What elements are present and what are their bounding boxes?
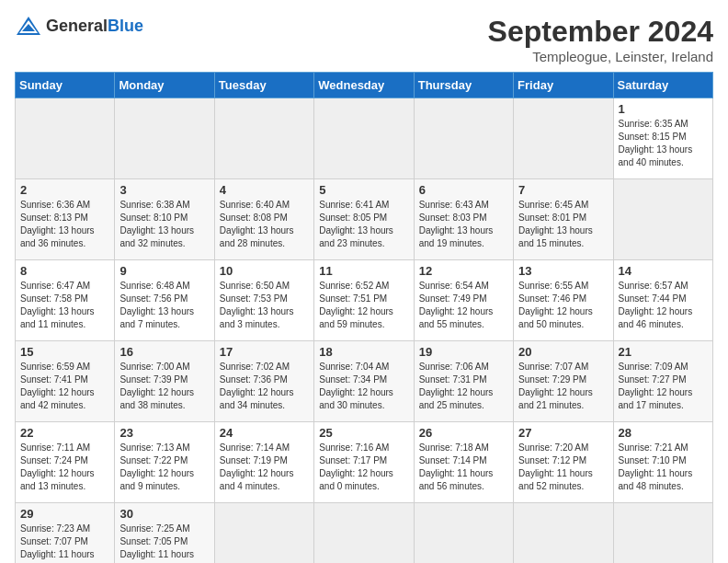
calendar-day-29: 29Sunrise: 7:23 AM Sunset: 7:07 PM Dayli…: [16, 503, 115, 564]
calendar-week-1: 1Sunrise: 6:35 AM Sunset: 8:15 PM Daylig…: [16, 98, 713, 179]
calendar-day-17: 17Sunrise: 7:02 AM Sunset: 7:36 PM Dayli…: [214, 341, 313, 422]
calendar-day-25: 25Sunrise: 7:16 AM Sunset: 7:17 PM Dayli…: [314, 422, 414, 503]
day-details: Sunrise: 7:13 AM Sunset: 7:22 PM Dayligh…: [119, 442, 209, 493]
calendar-day-26: 26Sunrise: 7:18 AM Sunset: 7:14 PM Dayli…: [414, 422, 513, 503]
day-number: 6: [419, 183, 508, 197]
day-number: 29: [20, 507, 109, 521]
calendar-day-1: 1Sunrise: 6:35 AM Sunset: 8:15 PM Daylig…: [613, 98, 712, 179]
day-details: Sunrise: 6:35 AM Sunset: 8:15 PM Dayligh…: [619, 118, 708, 169]
day-details: Sunrise: 6:45 AM Sunset: 8:01 PM Dayligh…: [518, 199, 608, 250]
calendar-day-3: 3Sunrise: 6:38 AM Sunset: 8:10 PM Daylig…: [115, 179, 214, 260]
day-number: 13: [518, 264, 608, 278]
day-details: Sunrise: 7:02 AM Sunset: 7:36 PM Dayligh…: [220, 361, 309, 412]
calendar-week-6: 29Sunrise: 7:23 AM Sunset: 7:07 PM Dayli…: [16, 503, 713, 564]
day-number: 10: [220, 264, 309, 278]
calendar-day-7: 7Sunrise: 6:45 AM Sunset: 8:01 PM Daylig…: [514, 179, 613, 260]
day-number: 26: [419, 426, 508, 440]
calendar-day-27: 27Sunrise: 7:20 AM Sunset: 7:12 PM Dayli…: [514, 422, 613, 503]
day-number: 20: [518, 345, 608, 359]
day-number: 18: [319, 345, 408, 359]
day-number: 25: [319, 426, 408, 440]
empty-cell: [613, 179, 712, 260]
day-details: Sunrise: 7:25 AM Sunset: 7:05 PM Dayligh…: [119, 523, 209, 563]
calendar-day-22: 22Sunrise: 7:11 AM Sunset: 7:24 PM Dayli…: [16, 422, 115, 503]
empty-cell: [613, 503, 712, 564]
calendar-day-30: 30Sunrise: 7:25 AM Sunset: 7:05 PM Dayli…: [115, 503, 214, 564]
calendar-day-20: 20Sunrise: 7:07 AM Sunset: 7:29 PM Dayli…: [514, 341, 613, 422]
calendar-day-4: 4Sunrise: 6:40 AM Sunset: 8:08 PM Daylig…: [214, 179, 313, 260]
day-number: 9: [119, 264, 209, 278]
title-area: September 2024 Templeogue, Leinster, Ire…: [488, 15, 713, 64]
day-details: Sunrise: 6:52 AM Sunset: 7:51 PM Dayligh…: [319, 280, 408, 331]
calendar-day-21: 21Sunrise: 7:09 AM Sunset: 7:27 PM Dayli…: [613, 341, 712, 422]
day-details: Sunrise: 7:23 AM Sunset: 7:07 PM Dayligh…: [20, 523, 109, 563]
day-details: Sunrise: 6:57 AM Sunset: 7:44 PM Dayligh…: [619, 280, 708, 331]
day-header-monday: Monday: [115, 73, 214, 98]
day-header-friday: Friday: [514, 73, 613, 98]
day-header-sunday: Sunday: [16, 73, 115, 98]
day-details: Sunrise: 7:11 AM Sunset: 7:24 PM Dayligh…: [20, 442, 109, 493]
day-details: Sunrise: 7:16 AM Sunset: 7:17 PM Dayligh…: [319, 442, 408, 493]
day-number: 1: [619, 102, 708, 116]
day-header-saturday: Saturday: [613, 73, 712, 98]
day-details: Sunrise: 6:48 AM Sunset: 7:56 PM Dayligh…: [119, 280, 209, 331]
day-details: Sunrise: 6:54 AM Sunset: 7:49 PM Dayligh…: [419, 280, 508, 331]
day-number: 3: [119, 183, 209, 197]
calendar-week-2: 2Sunrise: 6:36 AM Sunset: 8:13 PM Daylig…: [16, 179, 713, 260]
calendar-week-5: 22Sunrise: 7:11 AM Sunset: 7:24 PM Dayli…: [16, 422, 713, 503]
day-details: Sunrise: 6:50 AM Sunset: 7:53 PM Dayligh…: [220, 280, 309, 331]
calendar-table: SundayMondayTuesdayWednesdayThursdayFrid…: [15, 72, 713, 563]
empty-cell: [314, 98, 414, 179]
calendar-week-4: 15Sunrise: 6:59 AM Sunset: 7:41 PM Dayli…: [16, 341, 713, 422]
calendar-day-12: 12Sunrise: 6:54 AM Sunset: 7:49 PM Dayli…: [414, 260, 513, 341]
calendar-day-10: 10Sunrise: 6:50 AM Sunset: 7:53 PM Dayli…: [214, 260, 313, 341]
day-number: 8: [20, 264, 109, 278]
day-number: 27: [518, 426, 608, 440]
day-details: Sunrise: 7:04 AM Sunset: 7:34 PM Dayligh…: [319, 361, 408, 412]
day-details: Sunrise: 6:59 AM Sunset: 7:41 PM Dayligh…: [20, 361, 109, 412]
day-number: 15: [20, 345, 109, 359]
day-number: 2: [20, 183, 109, 197]
empty-cell: [16, 98, 115, 179]
day-number: 19: [419, 345, 508, 359]
day-number: 24: [220, 426, 309, 440]
calendar-week-3: 8Sunrise: 6:47 AM Sunset: 7:58 PM Daylig…: [16, 260, 713, 341]
calendar-day-5: 5Sunrise: 6:41 AM Sunset: 8:05 PM Daylig…: [314, 179, 414, 260]
logo-text-blue: Blue: [108, 17, 143, 35]
day-number: 28: [619, 426, 708, 440]
empty-cell: [514, 503, 613, 564]
calendar-day-13: 13Sunrise: 6:55 AM Sunset: 7:46 PM Dayli…: [514, 260, 613, 341]
day-details: Sunrise: 7:00 AM Sunset: 7:39 PM Dayligh…: [119, 361, 209, 412]
calendar-day-19: 19Sunrise: 7:06 AM Sunset: 7:31 PM Dayli…: [414, 341, 513, 422]
day-number: 4: [220, 183, 309, 197]
day-number: 5: [319, 183, 408, 197]
logo-text-general: General: [46, 17, 108, 35]
header: GeneralBlue September 2024 Templeogue, L…: [15, 15, 713, 64]
calendar-day-15: 15Sunrise: 6:59 AM Sunset: 7:41 PM Dayli…: [16, 341, 115, 422]
calendar-day-14: 14Sunrise: 6:57 AM Sunset: 7:44 PM Dayli…: [613, 260, 712, 341]
day-header-thursday: Thursday: [414, 73, 513, 98]
day-header-tuesday: Tuesday: [214, 73, 313, 98]
header-row: SundayMondayTuesdayWednesdayThursdayFrid…: [16, 73, 713, 98]
day-number: 21: [619, 345, 708, 359]
day-details: Sunrise: 6:47 AM Sunset: 7:58 PM Dayligh…: [20, 280, 109, 331]
day-details: Sunrise: 7:07 AM Sunset: 7:29 PM Dayligh…: [518, 361, 608, 412]
empty-cell: [514, 98, 613, 179]
calendar-day-24: 24Sunrise: 7:14 AM Sunset: 7:19 PM Dayli…: [214, 422, 313, 503]
day-details: Sunrise: 6:38 AM Sunset: 8:10 PM Dayligh…: [119, 199, 209, 250]
calendar-day-23: 23Sunrise: 7:13 AM Sunset: 7:22 PM Dayli…: [115, 422, 214, 503]
day-details: Sunrise: 6:41 AM Sunset: 8:05 PM Dayligh…: [319, 199, 408, 250]
day-number: 7: [518, 183, 608, 197]
calendar-day-11: 11Sunrise: 6:52 AM Sunset: 7:51 PM Dayli…: [314, 260, 414, 341]
location-title: Templeogue, Leinster, Ireland: [488, 49, 713, 64]
empty-cell: [314, 503, 414, 564]
empty-cell: [414, 98, 513, 179]
day-details: Sunrise: 7:18 AM Sunset: 7:14 PM Dayligh…: [419, 442, 508, 493]
day-number: 17: [220, 345, 309, 359]
month-title: September 2024: [488, 15, 713, 49]
day-details: Sunrise: 7:14 AM Sunset: 7:19 PM Dayligh…: [220, 442, 309, 493]
day-details: Sunrise: 7:20 AM Sunset: 7:12 PM Dayligh…: [518, 442, 608, 493]
day-details: Sunrise: 6:43 AM Sunset: 8:03 PM Dayligh…: [419, 199, 508, 250]
calendar-day-28: 28Sunrise: 7:21 AM Sunset: 7:10 PM Dayli…: [613, 422, 712, 503]
calendar-day-9: 9Sunrise: 6:48 AM Sunset: 7:56 PM Daylig…: [115, 260, 214, 341]
